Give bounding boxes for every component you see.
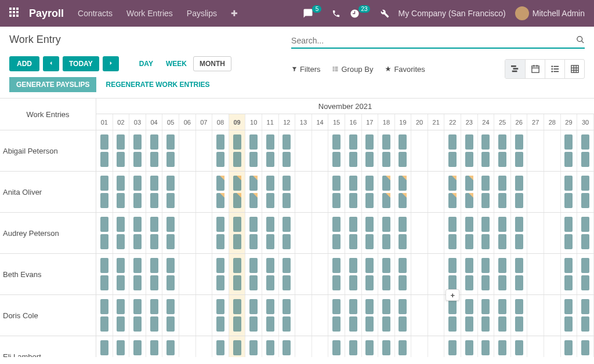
gantt-cell[interactable] <box>229 130 246 171</box>
work-entry-pill[interactable] <box>117 176 125 191</box>
work-entry-pill[interactable] <box>564 193 573 208</box>
prev-button[interactable] <box>43 56 59 71</box>
work-entry-pill[interactable] <box>349 134 357 150</box>
work-entry-pill[interactable] <box>365 217 374 232</box>
gantt-cell[interactable] <box>511 336 528 357</box>
gantt-cell[interactable] <box>113 295 130 336</box>
work-entry-pill[interactable] <box>233 275 241 290</box>
work-entry-pill[interactable] <box>382 134 390 150</box>
gantt-cell[interactable] <box>544 254 561 294</box>
work-entry-pill[interactable] <box>465 258 473 273</box>
work-entry-pill[interactable] <box>249 275 258 290</box>
work-entry-pill[interactable] <box>133 234 142 249</box>
gantt-cell[interactable] <box>262 213 279 253</box>
work-entry-pill[interactable] <box>150 299 158 314</box>
gantt-cell[interactable] <box>295 336 312 357</box>
gantt-cell[interactable] <box>179 213 196 253</box>
gantt-cell[interactable] <box>162 172 179 212</box>
work-entry-pill[interactable] <box>266 134 274 150</box>
work-entry-pill[interactable] <box>150 152 158 167</box>
gantt-cell[interactable] <box>395 172 412 212</box>
work-entry-pill[interactable] <box>564 275 573 290</box>
work-entry-pill[interactable] <box>448 275 457 290</box>
gantt-cell[interactable] <box>262 336 279 357</box>
gantt-cell[interactable] <box>262 254 279 294</box>
gantt-cell[interactable] <box>378 172 395 212</box>
work-entry-pill[interactable] <box>581 217 589 232</box>
gantt-cell[interactable] <box>245 336 262 357</box>
activity-icon[interactable]: 23 <box>350 9 371 19</box>
work-entry-pill[interactable] <box>166 299 175 314</box>
gantt-cell[interactable] <box>561 254 578 294</box>
work-entry-pill[interactable] <box>581 275 589 290</box>
work-entry-pill[interactable] <box>133 258 142 273</box>
work-entry-pill[interactable] <box>216 217 224 232</box>
gantt-cell[interactable] <box>295 295 312 336</box>
work-entry-pill[interactable] <box>332 134 341 150</box>
work-entry-pill[interactable] <box>282 176 291 191</box>
work-entry-pill[interactable] <box>498 217 506 232</box>
work-entry-pill[interactable] <box>365 275 374 290</box>
work-entry-pill[interactable] <box>166 316 175 332</box>
gantt-cell[interactable] <box>561 336 578 357</box>
view-gantt[interactable] <box>505 60 525 78</box>
gantt-cell[interactable] <box>577 172 594 212</box>
work-entry-pill[interactable] <box>266 258 274 273</box>
work-entry-pill[interactable] <box>349 217 357 232</box>
work-entry-pill[interactable] <box>399 217 407 232</box>
work-entry-pill[interactable] <box>349 258 357 273</box>
work-entry-pill[interactable] <box>249 340 258 355</box>
gantt-cell[interactable] <box>279 295 296 336</box>
work-entry-pill[interactable] <box>581 134 589 150</box>
employee-row-label[interactable]: Abigail Peterson <box>0 130 96 172</box>
work-entry-pill[interactable] <box>249 152 258 167</box>
gantt-cell[interactable] <box>411 336 428 357</box>
work-entry-pill[interactable] <box>266 234 274 249</box>
gantt-cell[interactable] <box>378 336 395 357</box>
gantt-cell[interactable] <box>146 172 163 212</box>
work-entry-pill[interactable] <box>266 193 274 208</box>
gantt-cell[interactable] <box>577 295 594 336</box>
work-entry-pill[interactable] <box>166 152 175 167</box>
gantt-cell[interactable] <box>444 213 461 253</box>
work-entry-pill[interactable] <box>365 340 374 355</box>
gantt-cell[interactable] <box>444 172 461 212</box>
work-entry-pill[interactable] <box>365 234 374 249</box>
work-entry-pill[interactable] <box>515 258 523 273</box>
gantt-cell[interactable] <box>461 172 478 212</box>
gantt-cell[interactable] <box>478 130 495 171</box>
work-entry-pill[interactable] <box>282 275 291 290</box>
nav-item[interactable]: Payslips <box>187 9 217 18</box>
work-entry-pill[interactable] <box>564 340 573 355</box>
gantt-cell[interactable] <box>113 213 130 253</box>
work-entry-pill[interactable] <box>282 340 291 355</box>
gantt-cell[interactable] <box>527 254 544 294</box>
work-entry-pill[interactable] <box>282 299 291 314</box>
work-entry-pill[interactable] <box>249 299 258 314</box>
work-entry-pill[interactable] <box>448 299 457 314</box>
gantt-cell[interactable] <box>478 295 495 336</box>
work-entry-pill[interactable] <box>166 176 175 191</box>
work-entry-pill[interactable] <box>150 193 158 208</box>
gantt-cell[interactable] <box>444 336 461 357</box>
work-entry-pill[interactable] <box>481 258 490 273</box>
user-menu[interactable]: Mitchell Admin <box>515 6 585 20</box>
work-entry-pill[interactable] <box>349 275 357 290</box>
work-entry-pill[interactable] <box>515 217 523 232</box>
work-entry-pill[interactable] <box>382 258 390 273</box>
gantt-cell[interactable] <box>561 172 578 212</box>
work-entry-pill[interactable] <box>365 299 374 314</box>
work-entry-pill[interactable] <box>100 217 108 232</box>
generate-payslips-button[interactable]: GENERATE PAYSLIPS <box>9 77 96 92</box>
scale-day[interactable]: DAY <box>133 56 160 71</box>
work-entry-pill[interactable] <box>448 152 457 167</box>
gantt-cell[interactable] <box>428 336 445 357</box>
work-entry-pill[interactable] <box>581 258 589 273</box>
work-entry-pill[interactable] <box>150 316 158 332</box>
work-entry-pill[interactable] <box>481 193 490 208</box>
gantt-cell[interactable] <box>196 295 213 336</box>
work-entry-pill[interactable] <box>166 234 175 249</box>
messages-icon[interactable]: 5 <box>303 8 323 19</box>
work-entry-pill[interactable] <box>498 275 506 290</box>
work-entry-pill[interactable] <box>481 299 490 314</box>
